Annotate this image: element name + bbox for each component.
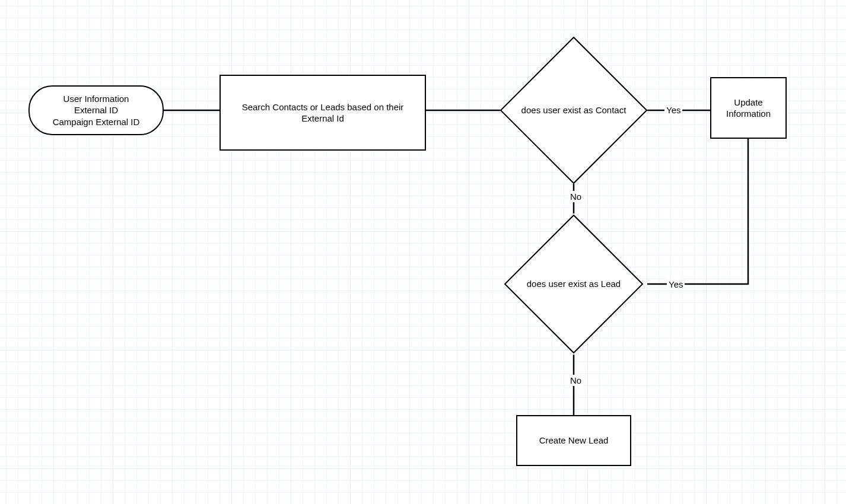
create-label: Create New Lead <box>539 435 609 446</box>
flowchart-canvas: User Information External ID Campaign Ex… <box>0 0 846 504</box>
search-label: Search Contacts or Leads based on their … <box>227 101 419 125</box>
update-node: Update Information <box>710 77 787 139</box>
start-line2: External ID <box>53 104 140 116</box>
search-node: Search Contacts or Leads based on their … <box>220 75 426 151</box>
edge-no-contact: No <box>568 191 583 202</box>
edge-no-lead: No <box>568 375 583 386</box>
decision-contact-label: does user exist as Contact <box>508 58 639 162</box>
decision-lead-label: does user exist as Lead <box>514 235 633 333</box>
decision-contact: does user exist as Contact <box>521 58 626 162</box>
create-node: Create New Lead <box>516 415 631 466</box>
start-node: User Information External ID Campaign Ex… <box>28 85 164 135</box>
start-line3: Campaign External ID <box>53 116 140 128</box>
start-line1: User Information <box>53 93 140 105</box>
decision-lead: does user exist as Lead <box>524 235 623 333</box>
update-label: Update Information <box>717 97 780 120</box>
edge-yes-lead: Yes <box>667 279 685 290</box>
edge-yes-contact: Yes <box>664 104 682 116</box>
